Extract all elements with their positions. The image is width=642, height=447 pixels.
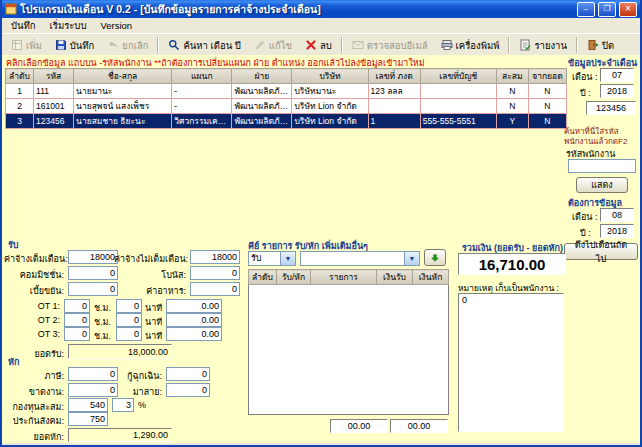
title-bar[interactable]: โปรแกรมเงินเดือน V 0.2 - [บันทึกข้อมูลรา… [2, 0, 640, 18]
maximize-button[interactable]: ❐ [598, 2, 616, 17]
printer-icon [441, 39, 453, 51]
extra-grid-column-header: เงินหัก [413, 270, 449, 285]
fund-label: กองทุนสะสม: [4, 400, 64, 414]
grid-column-header: รหัส [34, 69, 74, 84]
grid-column-header: ชื่อ-สกุล [74, 69, 172, 84]
table-row[interactable]: 1 111 นายมานะ - พัฒนาผลิตภัณฑ์ บริษัทมาน… [6, 84, 567, 99]
ot3-label: OT 3: [28, 329, 60, 339]
fund-percent-input[interactable] [112, 398, 134, 412]
check-email-button[interactable]: ตรวจสอบอีเมล์ [346, 36, 434, 55]
fund-input[interactable] [68, 398, 108, 412]
net-total-value: 16,710.00 [458, 253, 566, 275]
toolbar-separator [508, 37, 510, 53]
list-item[interactable]: 0 [459, 294, 563, 306]
show-button[interactable]: แสดง [576, 177, 628, 193]
grid-header-row: ลำดับ รหัส ชื่อ-สกุล แผนก ฝ่าย บริษัท เล… [6, 69, 567, 84]
ot2-hours-unit: ช.ม. [94, 315, 111, 329]
bonus-input[interactable] [190, 266, 240, 280]
close-button[interactable]: ✕ [619, 2, 637, 17]
close-form-button[interactable]: ปิด [581, 36, 620, 55]
add-button[interactable]: เพิ่ม [5, 36, 48, 55]
toolbar-separator [157, 37, 159, 53]
ot1-hours-input[interactable] [64, 299, 90, 313]
edit-button[interactable]: แก้ไข [248, 36, 298, 55]
menu-save[interactable]: บันทึก [4, 18, 43, 33]
full-wage-input[interactable] [68, 250, 118, 264]
ot2-minutes-unit: นาที [145, 315, 162, 329]
toolbar-separator [576, 37, 578, 53]
absence-label: ขาดงาน: [4, 385, 64, 399]
grid-column-header: เลขที่บัญชี [420, 69, 496, 84]
ot3-minutes-unit: นาที [145, 329, 162, 343]
commission-label: คอมมิชชั่น: [4, 268, 64, 282]
extra-item-value [301, 252, 404, 265]
emergency-loan-input[interactable] [166, 367, 210, 381]
extra-item-combo[interactable]: ▼ [300, 251, 420, 266]
target-year-value: 2018 [600, 224, 634, 238]
save-icon [55, 39, 67, 51]
grid-column-header: แผนก [172, 69, 232, 84]
diligence-label: เบี้ยขยัน: [4, 284, 64, 298]
full-wage-label: ค่าจ้างเต็มเดือน: [4, 252, 64, 266]
cancel-button[interactable]: ยกเลิก [101, 36, 154, 55]
partial-wage-label: ค่าจ้างไม่เต็มเดือน: [114, 252, 186, 266]
grid-column-header: จากยอด [528, 69, 566, 84]
deduction-total-value: 1,290.00 [68, 428, 172, 442]
toolbar-separator [341, 37, 343, 53]
printer-button[interactable]: เครื่องพิมพ์ [435, 36, 506, 55]
deduction-section-title: หัก [8, 355, 19, 369]
ot3-amount-input[interactable] [166, 327, 222, 341]
ot3-hours-input[interactable] [64, 327, 90, 341]
menu-system[interactable]: เริ่มระบบ [43, 18, 94, 33]
partial-wage-input[interactable] [190, 250, 240, 264]
ot1-label: OT 1: [28, 301, 60, 311]
extra-grid-column-header: รับ/หัก [277, 270, 311, 285]
social-security-label: ประกันสังคม: [4, 414, 64, 428]
delete-button[interactable]: ลบ [299, 36, 338, 55]
extra-deduct-total: 00.00 [390, 419, 448, 433]
extra-grid-column-header: รายการ [311, 270, 377, 285]
extra-receive-total: 00.00 [330, 419, 388, 433]
app-icon [5, 3, 17, 15]
target-month-value: 08 [600, 208, 634, 222]
target-month-label: เดือน : [572, 210, 597, 224]
ot1-minutes-input[interactable] [116, 299, 142, 313]
tax-label: ภาษี: [4, 369, 64, 383]
menu-bar: บันทึก เริ่มระบบ Version [2, 18, 640, 33]
menu-version[interactable]: Version [93, 20, 139, 31]
table-row-selected[interactable]: 3 123456 นายสมชาย ธิยะนะ วิศวกรรมเครื่อง… [6, 114, 567, 129]
save-button[interactable]: บันทึก [49, 36, 101, 55]
ot3-minutes-input[interactable] [116, 327, 142, 341]
extra-grid-column-header: ลำดับ [249, 270, 277, 285]
extra-items-grid[interactable]: ลำดับ รับ/หัก รายการ เงินรับ เงินหัก [248, 269, 449, 415]
add-extra-item-button[interactable] [424, 249, 446, 266]
social-security-input[interactable] [68, 412, 108, 426]
ot2-amount-input[interactable] [166, 313, 222, 327]
extra-type-combo[interactable]: รับ ▼ [248, 251, 296, 266]
search-month-button[interactable]: ค้นหา เดือน ปี [162, 36, 246, 55]
food-allowance-input[interactable] [190, 282, 240, 296]
employee-code-input[interactable] [568, 159, 636, 173]
ot2-minutes-input[interactable] [116, 313, 142, 327]
commission-input[interactable] [68, 266, 118, 280]
close-icon [587, 39, 599, 51]
table-row[interactable]: 2 161001 นายสุพจน์ แสงเพ็ชร - พัฒนาผลิตภ… [6, 99, 567, 114]
window-title: โปรแกรมเงินเดือน V 0.2 - [บันทึกข้อมูลรา… [20, 1, 574, 18]
late-input[interactable] [166, 383, 210, 397]
search-panel-title: ค้นหาที่นี่ใส่รหัสพนักงานแล้วกดF2 [564, 127, 640, 146]
minimize-button[interactable]: – [577, 2, 595, 17]
employee-code-display: 123456 [586, 101, 636, 115]
ot1-amount-input[interactable] [166, 299, 222, 313]
food-allowance-label: ค่าอาหาร: [114, 284, 186, 298]
report-button[interactable]: รายงาน [513, 36, 572, 55]
bonus-label: โบนัส: [114, 268, 186, 282]
ot2-hours-input[interactable] [64, 313, 90, 327]
pull-next-month-button[interactable]: ดึงไปเดือนถัดไป [564, 243, 638, 260]
month-label: เดือน : [572, 70, 597, 84]
grid-column-header: สะสม [496, 69, 528, 84]
chevron-down-icon: ▼ [404, 252, 419, 265]
note-listbox[interactable]: 0 [458, 293, 564, 432]
client-area: คลิกเลือกข้อมูล แถบบน -รหัสพนักงาน **ถ้า… [2, 55, 640, 443]
extra-type-value: รับ [249, 252, 280, 265]
diligence-input[interactable] [68, 282, 118, 296]
